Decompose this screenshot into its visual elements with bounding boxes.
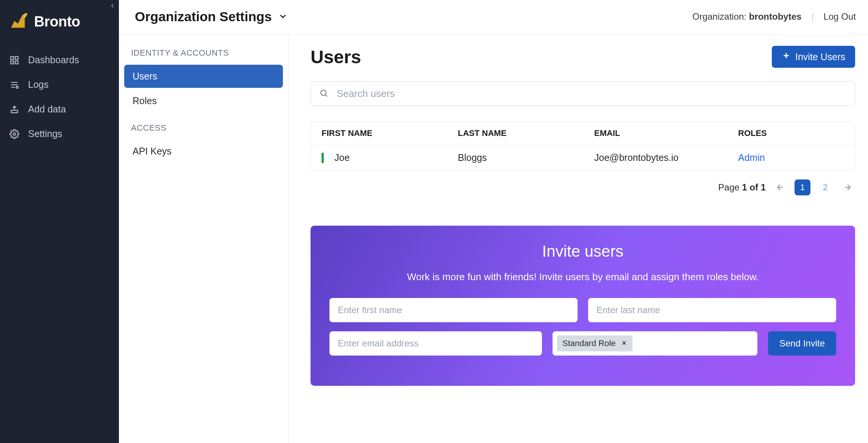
add-data-icon bbox=[9, 105, 20, 114]
invite-users-button[interactable]: Invite Users bbox=[772, 46, 855, 68]
divider: | bbox=[811, 11, 813, 22]
cell-first-name: Joe bbox=[334, 152, 350, 163]
users-table: FIRST NAME LAST NAME EMAIL ROLES Joe Blo… bbox=[311, 121, 855, 170]
pagination-page-1[interactable]: 1 bbox=[795, 179, 810, 195]
brand-logo[interactable]: Bronto bbox=[0, 0, 119, 48]
role-chip[interactable]: Standard Role bbox=[557, 335, 632, 351]
svg-rect-8 bbox=[11, 110, 17, 113]
pagination: Page 1 of 1 1 2 bbox=[311, 179, 855, 195]
org-label: Organization: bbox=[692, 11, 749, 22]
primary-sidebar: Bronto Dashboards Logs Add data Settings bbox=[0, 0, 119, 443]
role-select[interactable]: Standard Role bbox=[553, 331, 757, 356]
th-roles: ROLES bbox=[738, 128, 844, 138]
logs-icon bbox=[9, 80, 20, 90]
sidebar-item-dashboards[interactable]: Dashboards bbox=[0, 48, 119, 72]
settings-sidebar: IDENTITY & ACCOUNTS Users Roles ACCESS A… bbox=[119, 34, 289, 443]
sidebar-item-add-data[interactable]: Add data bbox=[0, 97, 119, 122]
svg-point-13 bbox=[321, 90, 326, 95]
invite-users-panel: Invite users Work is more fun with frien… bbox=[311, 226, 855, 386]
last-name-input[interactable] bbox=[588, 298, 836, 322]
cell-email: Joe@brontobytes.io bbox=[594, 152, 738, 163]
cell-last-name: Bloggs bbox=[458, 152, 594, 163]
pagination-prev-button[interactable] bbox=[773, 180, 788, 195]
header-title: Organization Settings bbox=[135, 9, 272, 24]
role-chip-label: Standard Role bbox=[562, 338, 616, 348]
chevron-down-icon bbox=[278, 9, 288, 24]
settings-item-roles[interactable]: Roles bbox=[124, 89, 283, 112]
settings-group-identity: IDENTITY & ACCOUNTS bbox=[124, 44, 283, 65]
sidebar-item-label: Settings bbox=[28, 128, 62, 139]
table-header: FIRST NAME LAST NAME EMAIL ROLES bbox=[311, 122, 855, 145]
pagination-page-2[interactable]: 2 bbox=[817, 179, 833, 195]
settings-item-users[interactable]: Users bbox=[124, 65, 283, 88]
logout-link[interactable]: Log Out bbox=[824, 11, 856, 22]
svg-rect-2 bbox=[11, 61, 14, 64]
org-name: brontobytes bbox=[749, 11, 802, 22]
search-input[interactable] bbox=[337, 88, 846, 100]
svg-rect-1 bbox=[15, 56, 18, 59]
settings-group-access: ACCESS bbox=[124, 119, 283, 140]
th-last-name: LAST NAME bbox=[458, 128, 594, 138]
svg-rect-3 bbox=[15, 61, 18, 64]
button-label: Invite Users bbox=[795, 51, 845, 62]
svg-rect-0 bbox=[11, 56, 14, 59]
sidebar-item-label: Dashboards bbox=[28, 55, 79, 66]
invite-subtitle: Work is more fun with friends! Invite us… bbox=[329, 271, 836, 283]
dashboards-icon bbox=[9, 55, 20, 65]
main-content: Users Invite Users bbox=[289, 34, 868, 443]
bronto-logo-icon bbox=[8, 11, 30, 33]
organization-indicator: Organization: brontobytes bbox=[692, 11, 801, 22]
pagination-label: Page 1 of 1 bbox=[718, 182, 766, 193]
email-input[interactable] bbox=[329, 331, 542, 356]
status-indicator bbox=[322, 153, 324, 163]
svg-point-10 bbox=[13, 133, 16, 135]
svg-point-7 bbox=[16, 86, 18, 88]
collapse-sidebar-button[interactable] bbox=[109, 2, 116, 11]
first-name-input[interactable] bbox=[329, 298, 578, 322]
sidebar-item-settings[interactable]: Settings bbox=[0, 122, 119, 146]
th-first-name: FIRST NAME bbox=[322, 128, 458, 138]
sidebar-item-logs[interactable]: Logs bbox=[0, 72, 119, 97]
gear-icon bbox=[9, 129, 20, 139]
invite-title: Invite users bbox=[329, 242, 836, 260]
pagination-next-button[interactable] bbox=[840, 180, 855, 195]
svg-line-14 bbox=[326, 95, 327, 96]
cell-role-link[interactable]: Admin bbox=[738, 152, 844, 163]
send-invite-button[interactable]: Send Invite bbox=[768, 331, 836, 356]
close-icon[interactable] bbox=[621, 338, 627, 348]
search-users-field[interactable] bbox=[311, 81, 855, 106]
th-email: EMAIL bbox=[594, 128, 738, 138]
brand-name: Bronto bbox=[34, 14, 80, 30]
page-breadcrumb[interactable]: Organization Settings bbox=[135, 9, 288, 24]
search-icon bbox=[319, 89, 328, 99]
table-row[interactable]: Joe Bloggs Joe@brontobytes.io Admin bbox=[311, 145, 855, 170]
top-header: Organization Settings Organization: bron… bbox=[119, 0, 868, 34]
sidebar-item-label: Add data bbox=[28, 104, 66, 115]
plus-icon bbox=[782, 51, 791, 62]
page-title: Users bbox=[311, 47, 361, 67]
sidebar-item-label: Logs bbox=[28, 79, 48, 90]
settings-item-api-keys[interactable]: API Keys bbox=[124, 140, 283, 163]
